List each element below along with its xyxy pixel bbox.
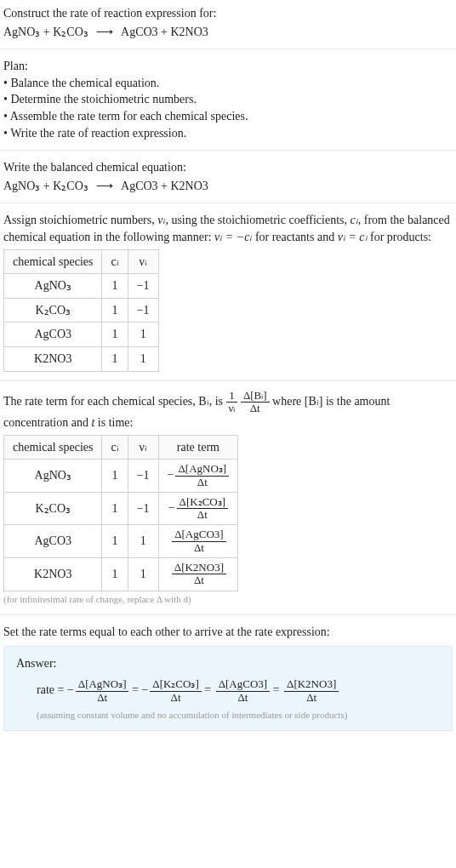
frac-num: 1 [226, 390, 238, 403]
balanced-reactants: AgNO₃ + K₂CO₃ [3, 180, 88, 192]
plan-item: Write the rate of reaction expression. [3, 125, 453, 142]
cell-ci: 1 [102, 346, 128, 371]
frac-den: Δt [172, 542, 225, 554]
cell-ci: 1 [102, 323, 128, 347]
plan-item: Balance the chemical equation. [3, 75, 453, 92]
cell-species: AgNO₃ [4, 274, 102, 299]
col-nui: νᵢ [128, 435, 158, 460]
divider [0, 380, 456, 381]
frac-den: Δt [175, 477, 229, 488]
setequal-block: Set the rate terms equal to each other t… [0, 619, 456, 736]
cell-species: AgCO3 [4, 323, 102, 347]
sign: − [168, 501, 175, 514]
rate-frac: Δ[K₂CO₃]Δt [177, 496, 228, 522]
rateterm-block: The rate term for each chemical species,… [0, 385, 456, 612]
rate-prefix: rate = [37, 683, 67, 696]
cell-ci: 1 [102, 298, 128, 323]
assign-text: Assign stoichiometric numbers, [3, 214, 157, 226]
cell-species: K₂CO₃ [4, 492, 102, 525]
intro-block: Construct the rate of reaction expressio… [0, 0, 456, 45]
infinitesimal-note: (for infinitesimal rate of change, repla… [3, 593, 453, 606]
table-row: K₂CO₃ 1 −1 [4, 298, 159, 323]
table-row: K2NO3 1 1 [4, 346, 159, 371]
cell-ci: 1 [102, 558, 128, 591]
cell-nui: 1 [128, 346, 158, 371]
frac-num: Δ[K2NO3] [284, 678, 339, 691]
intro-equation: AgNO₃ + K₂CO₃ ⟶ AgCO3 + K2NO3 [3, 24, 453, 41]
cell-nui: −1 [128, 460, 158, 493]
stoich-table-1: chemical species cᵢ νᵢ AgNO₃ 1 −1 K₂CO₃ … [3, 249, 159, 372]
frac-num: Δ[AgCO3] [216, 678, 270, 691]
rate-frac: Δ[AgNO₃]Δt [175, 463, 229, 488]
col-ci: cᵢ [102, 435, 128, 460]
balanced-equation: AgNO₃ + K₂CO₃ ⟶ AgCO3 + K2NO3 [3, 178, 453, 195]
rate-frac: Δ[K2NO3]Δt [172, 562, 226, 587]
frac-den: Δt [76, 692, 129, 704]
frac-num: Δ[K₂CO₃] [177, 496, 228, 509]
rel-reactants: νᵢ = −cᵢ [214, 231, 252, 243]
rate-frac: Δ[AgCO3]Δt [216, 678, 270, 704]
plan-block: Plan: Balance the chemical equation. Det… [0, 53, 456, 146]
eq: = [204, 683, 214, 696]
arrow-icon: ⟶ [96, 26, 113, 38]
col-species: chemical species [4, 435, 102, 460]
balanced-products: AgCO3 + K2NO3 [121, 180, 208, 192]
intro-line: Construct the rate of reaction expressio… [3, 5, 453, 22]
cell-species: AgNO₃ [4, 460, 102, 493]
assign-text: for products: [368, 231, 431, 243]
table-row: AgCO3 1 1 Δ[AgCO3]Δt [4, 525, 238, 558]
table-header-row: chemical species cᵢ νᵢ rate term [4, 435, 238, 460]
sign: − [67, 683, 74, 696]
divider [0, 49, 456, 49]
assign-text: , using the stoichiometric coefficients, [165, 214, 350, 226]
answer-label: Answer: [16, 655, 440, 672]
cell-rateterm: Δ[AgCO3]Δt [158, 525, 238, 558]
frac-den: Δt [284, 692, 339, 704]
cell-nui: 1 [128, 525, 158, 558]
cell-species: K2NO3 [4, 558, 102, 591]
cell-ci: 1 [102, 460, 128, 493]
balanced-block: Write the balanced chemical equation: Ag… [0, 154, 456, 199]
frac-dBi-dt: Δ[Bᵢ] Δt [241, 390, 270, 415]
table-row: AgNO₃ 1 −1 [4, 274, 159, 299]
rate-frac: Δ[AgCO3]Δt [172, 528, 225, 554]
frac-num: Δ[K₂CO₃] [150, 678, 201, 691]
plan-list: Balance the chemical equation. Determine… [3, 75, 453, 141]
cell-nui: 1 [128, 558, 158, 591]
table-row: AgCO3 1 1 [4, 323, 159, 347]
setequal-text: Set the rate terms equal to each other t… [3, 624, 453, 641]
arrow-icon: ⟶ [96, 180, 113, 192]
frac-den: Δt [216, 692, 270, 704]
answer-expression: rate = −Δ[AgNO₃]Δt = −Δ[K₂CO₃]Δt = Δ[AgC… [16, 678, 440, 704]
rate-frac: Δ[AgNO₃]Δt [76, 678, 129, 704]
plan-item: Determine the stoichiometric numbers. [3, 91, 453, 108]
divider [0, 150, 456, 151]
cell-nui: −1 [128, 298, 158, 323]
frac-num: Δ[AgNO₃] [76, 678, 129, 691]
col-species: chemical species [4, 249, 102, 274]
cell-rateterm: Δ[K2NO3]Δt [158, 558, 238, 591]
cell-rateterm: −Δ[K₂CO₃]Δt [158, 492, 238, 525]
cell-species: K2NO3 [4, 346, 102, 371]
cell-species: K₂CO₃ [4, 298, 102, 323]
cell-ci: 1 [102, 525, 128, 558]
plan-heading: Plan: [3, 58, 453, 75]
frac-den: νᵢ [226, 403, 238, 414]
answer-caveat: (assuming constant volume and no accumul… [16, 709, 440, 722]
assign-text: for reactants and [252, 231, 337, 243]
frac-num: Δ[Bᵢ] [241, 390, 270, 403]
table-row: K2NO3 1 1 Δ[K2NO3]Δt [4, 558, 238, 591]
cell-nui: 1 [128, 323, 158, 347]
col-rateterm: rate term [158, 435, 238, 460]
cell-ci: 1 [102, 492, 128, 525]
col-ci: cᵢ [102, 249, 128, 274]
cell-species: AgCO3 [4, 525, 102, 558]
sign: − [168, 468, 174, 481]
frac-num: Δ[AgNO₃] [175, 463, 229, 476]
eq: = [132, 683, 141, 696]
cell-rateterm: −Δ[AgNO₃]Δt [158, 460, 238, 493]
balanced-heading: Write the balanced chemical equation: [3, 159, 453, 176]
answer-box: Answer: rate = −Δ[AgNO₃]Δt = −Δ[K₂CO₃]Δt… [3, 646, 453, 732]
frac-1-over-nu: 1 νᵢ [226, 390, 238, 415]
stoich-table-2: chemical species cᵢ νᵢ rate term AgNO₃ 1… [3, 435, 238, 591]
